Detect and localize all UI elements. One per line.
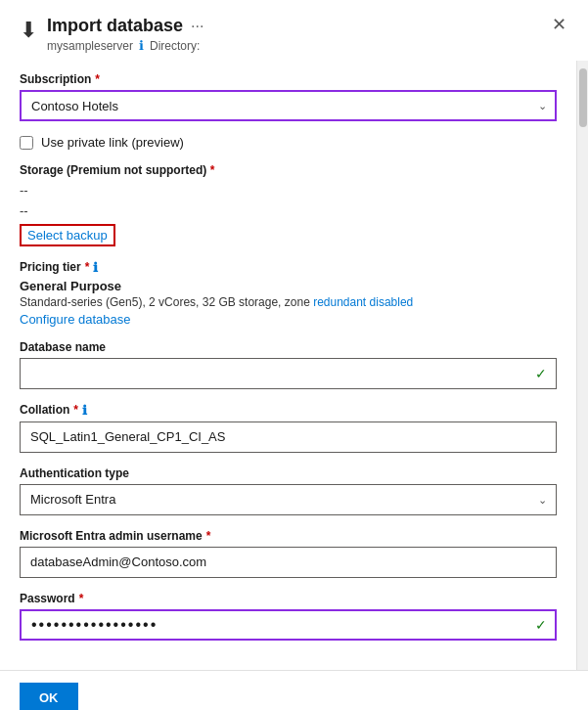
database-name-check-icon: ✓: [535, 366, 547, 381]
scrollbar[interactable]: [576, 61, 588, 670]
database-name-label: Database name: [20, 340, 557, 354]
dialog-subtitle: mysampleserver ℹ Directory:: [47, 38, 568, 53]
auth-type-select[interactable]: Microsoft Entra: [20, 484, 557, 515]
auth-type-dropdown-wrapper: Microsoft Entra ⌄: [20, 484, 557, 515]
more-options-icon[interactable]: ···: [191, 18, 204, 35]
header-title-block: Import database ··· mysampleserver ℹ Dir…: [47, 16, 568, 53]
collation-info-icon[interactable]: ℹ: [82, 403, 87, 418]
import-icon: ⬇: [20, 18, 37, 43]
pricing-tier-label: Pricing tier * ℹ: [20, 260, 557, 275]
collation-label: Collation* ℹ: [20, 403, 557, 418]
private-link-row: Use private link (preview): [20, 135, 557, 150]
password-input[interactable]: [20, 609, 557, 641]
database-name-input[interactable]: [20, 358, 557, 389]
database-name-field: Database name ✓: [20, 340, 557, 389]
subscription-label: Subscription*: [20, 72, 557, 86]
subscription-dropdown-wrapper: Contoso Hotels ⌄: [20, 90, 557, 121]
subscription-field: Subscription* Contoso Hotels ⌄: [20, 72, 557, 121]
password-check-icon: ✓: [535, 617, 547, 633]
admin-username-label: Microsoft Entra admin username*: [20, 529, 557, 543]
collation-field: Collation* ℹ: [20, 403, 557, 453]
pricing-tier-name: General Purpose: [20, 279, 557, 293]
private-link-checkbox[interactable]: [20, 136, 33, 150]
directory-label: Directory:: [150, 39, 200, 53]
private-link-label: Use private link (preview): [41, 135, 184, 150]
admin-username-input[interactable]: [20, 547, 557, 578]
storage-dash1: --: [20, 181, 557, 201]
server-name: mysampleserver: [47, 39, 133, 53]
pricing-tier-desc: Standard-series (Gen5), 2 vCores, 32 GB …: [20, 295, 557, 309]
auth-type-field: Authentication type Microsoft Entra ⌄: [20, 466, 557, 515]
auth-type-label: Authentication type: [20, 466, 557, 480]
dialog-header: ⬇ Import database ··· mysampleserver ℹ D…: [0, 0, 588, 61]
subscription-select[interactable]: Contoso Hotels: [20, 90, 557, 121]
password-field: Password* ✓: [20, 592, 557, 641]
ok-button[interactable]: OK: [20, 683, 78, 710]
configure-database-link[interactable]: Configure database: [20, 312, 130, 327]
dialog-footer: OK: [0, 670, 588, 710]
storage-field: Storage (Premium not supported) * -- -- …: [20, 163, 557, 246]
password-wrapper: ✓: [20, 609, 557, 641]
pricing-tier-field: Pricing tier * ℹ General Purpose Standar…: [20, 260, 557, 327]
directory-info-icon: ℹ: [139, 38, 144, 53]
close-button[interactable]: ✕: [546, 12, 572, 37]
admin-username-wrapper: [20, 547, 557, 578]
storage-dash2: --: [20, 201, 557, 222]
collation-input[interactable]: [20, 422, 557, 453]
database-name-wrapper: ✓: [20, 358, 557, 389]
dialog-title-row: Import database ···: [47, 16, 568, 36]
password-label: Password*: [20, 592, 557, 605]
select-backup-button[interactable]: Select backup: [20, 224, 115, 246]
storage-label: Storage (Premium not supported) *: [20, 163, 557, 177]
collation-wrapper: [20, 422, 557, 453]
dialog-title: Import database: [47, 16, 183, 36]
dialog-body: Subscription* Contoso Hotels ⌄ Use priva…: [0, 61, 576, 670]
import-database-dialog: ⬇ Import database ··· mysampleserver ℹ D…: [0, 0, 588, 710]
admin-username-field: Microsoft Entra admin username*: [20, 529, 557, 578]
pricing-tier-info-icon[interactable]: ℹ: [93, 260, 98, 275]
scrollbar-thumb[interactable]: [579, 68, 587, 127]
